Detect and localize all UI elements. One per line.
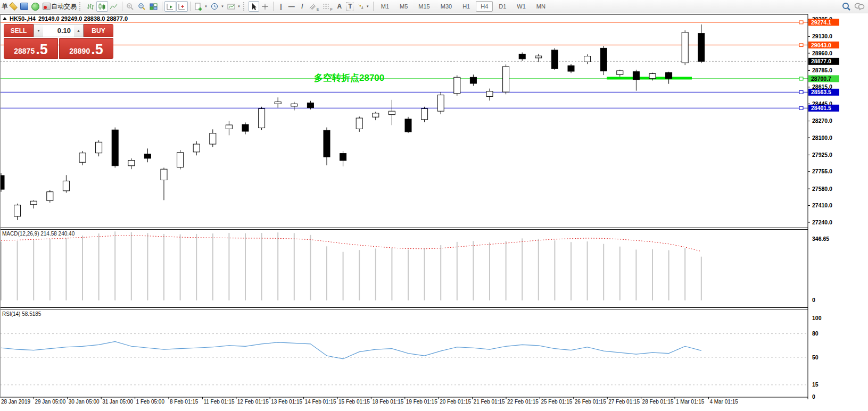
svg-text:100: 100: [812, 315, 822, 321]
annotation-text[interactable]: 多空转折点28700: [314, 72, 384, 83]
svg-text:MACD(12,26,9) 214.58 240.40: MACD(12,26,9) 214.58 240.40: [2, 231, 75, 237]
svg-text:29 Jan 05:00: 29 Jan 05:00: [35, 399, 65, 405]
clock-icon: [211, 3, 219, 11]
one-click-trading-panel: SELL ▼ ▲ BUY 28875 .5 28890 .5: [4, 24, 113, 59]
chevron-down-icon: ▼: [204, 5, 208, 8]
fibonacci-icon: [323, 3, 330, 10]
timeframe-button-M15[interactable]: M15: [414, 1, 434, 12]
chart-shift-button[interactable]: [176, 1, 188, 12]
indicators-button[interactable]: ▼: [193, 1, 209, 12]
volume-input[interactable]: [43, 24, 74, 37]
mt4-window: { "toolbar": { "new_order_label": "单", "…: [0, 0, 868, 411]
templates-button[interactable]: ▼: [226, 1, 242, 12]
auto-scroll-button[interactable]: [164, 1, 176, 12]
buy-price-tile[interactable]: 28890 .5: [59, 38, 113, 59]
add-indicator-icon: [194, 3, 203, 11]
buy-button[interactable]: BUY: [84, 24, 113, 37]
toolbar-grip[interactable]: [79, 2, 82, 11]
timeframe-button-H1[interactable]: H1: [458, 1, 475, 12]
chart-canvas[interactable]: 多空转折点28700MACD(12,26,9) 214.58 240.40RSI…: [0, 14, 868, 411]
volume-increase-button[interactable]: ▲: [74, 24, 83, 37]
cursor-button[interactable]: [249, 1, 259, 12]
macd-panel: MACD(12,26,9) 214.58 240.40: [1, 231, 702, 300]
template-icon: [227, 3, 236, 11]
toolbar-separator: [373, 2, 374, 11]
trendline-button[interactable]: /: [297, 1, 308, 12]
tile-windows-button[interactable]: [148, 1, 160, 12]
auto-scroll-icon: [166, 3, 175, 11]
svg-text:1 Mar 01:15: 1 Mar 01:15: [676, 399, 705, 405]
svg-text:15 Feb 01:15: 15 Feb 01:15: [338, 399, 370, 405]
svg-text:346.65: 346.65: [812, 236, 829, 242]
sell-price-tile[interactable]: 28875 .5: [4, 38, 58, 59]
timeframe-button-D1[interactable]: D1: [494, 1, 511, 12]
svg-text:29043.0: 29043.0: [811, 42, 831, 48]
text-tool-button[interactable]: A: [334, 1, 345, 12]
vertical-line-button[interactable]: |: [276, 1, 286, 12]
svg-text:27755.0: 27755.0: [812, 168, 832, 174]
timeframe-button-M5[interactable]: M5: [395, 1, 412, 12]
rsi-panel: RSI(14) 58.5185: [0, 311, 808, 385]
chart-window[interactable]: 多空转折点28700MACD(12,26,9) 214.58 240.40RSI…: [0, 14, 868, 411]
trade-panel-prices: 28875 .5 28890 .5: [4, 38, 113, 59]
market-watch-icon[interactable]: [8, 1, 19, 12]
timeframe-button-H4[interactable]: H4: [476, 1, 493, 12]
svg-text:15: 15: [812, 381, 819, 388]
toolbar-separator: [122, 2, 122, 11]
green-radar-icon: [31, 3, 39, 11]
timeframe-button-W1[interactable]: W1: [512, 1, 531, 12]
line-chart-icon: [110, 3, 118, 11]
search-icon: [841, 2, 851, 11]
volume-decrease-button[interactable]: ▼: [34, 24, 43, 37]
svg-text:0: 0: [812, 393, 815, 400]
strategy-tester-icon[interactable]: [30, 1, 41, 12]
svg-text:28 Jan 2019: 28 Jan 2019: [1, 399, 30, 405]
svg-text:28700.7: 28700.7: [811, 76, 831, 82]
svg-text:21 Feb 01:15: 21 Feb 01:15: [474, 399, 505, 405]
zoom-in-icon: [126, 3, 135, 11]
svg-text:28960.0: 28960.0: [812, 50, 832, 56]
svg-text:28401.5: 28401.5: [811, 105, 831, 111]
search-button[interactable]: [840, 1, 853, 12]
new-order-button[interactable]: 单: [2, 2, 8, 11]
auto-trading-button[interactable]: 自动交易: [41, 1, 78, 12]
toolbar-separator: [190, 2, 191, 11]
timeframe-button-MN[interactable]: MN: [532, 1, 550, 12]
candlestick-chart-button[interactable]: [96, 1, 108, 12]
time-axis[interactable]: 28 Jan 201929 Jan 05:0030 Jan 05:0031 Ja…: [1, 397, 738, 405]
chart-shift-icon: [178, 3, 186, 11]
symbol-marker-icon: [3, 17, 7, 20]
bar-chart-icon: [86, 3, 95, 11]
periods-button[interactable]: ▼: [209, 1, 226, 12]
svg-text:28785.0: 28785.0: [812, 67, 832, 73]
buy-price-pips: .5: [91, 43, 103, 57]
toolbar-separator: [273, 2, 274, 11]
auto-trading-icon: [43, 3, 51, 10]
fibonacci-button[interactable]: F: [321, 1, 334, 12]
svg-text:RSI(14) 58.5185: RSI(14) 58.5185: [2, 311, 42, 317]
svg-text:50: 50: [812, 354, 819, 360]
svg-text:27410.0: 27410.0: [812, 202, 832, 208]
bar-chart-button[interactable]: [85, 1, 96, 12]
equidistant-channel-button[interactable]: E: [308, 1, 321, 12]
svg-text:14 Feb 01:15: 14 Feb 01:15: [305, 399, 336, 405]
arrows-tool-button[interactable]: ▼: [356, 1, 371, 12]
sell-button[interactable]: SELL: [4, 24, 34, 37]
zoom-out-button[interactable]: [136, 1, 148, 12]
svg-text:29274.1: 29274.1: [811, 19, 831, 26]
toolbar-grip[interactable]: [243, 2, 246, 11]
svg-text:28100.0: 28100.0: [812, 135, 832, 141]
crosshair-button[interactable]: [259, 1, 271, 12]
svg-text:31 Jan 05:00: 31 Jan 05:00: [102, 399, 133, 405]
data-window-icon[interactable]: [19, 1, 30, 12]
horizontal-line-button[interactable]: —: [286, 1, 297, 12]
timeframe-button-M30[interactable]: M30: [436, 1, 457, 12]
svg-text:27 Feb 01:15: 27 Feb 01:15: [608, 399, 640, 405]
zoom-in-button[interactable]: [125, 1, 136, 12]
price-axis[interactable]: 29305.029130.028960.028785.028615.028445…: [808, 16, 832, 400]
timeframe-button-M1[interactable]: M1: [376, 1, 394, 12]
line-chart-button[interactable]: [108, 1, 120, 12]
label-tool-button[interactable]: T: [345, 1, 356, 12]
svg-text:27580.0: 27580.0: [812, 186, 832, 192]
chat-button[interactable]: [853, 1, 866, 12]
